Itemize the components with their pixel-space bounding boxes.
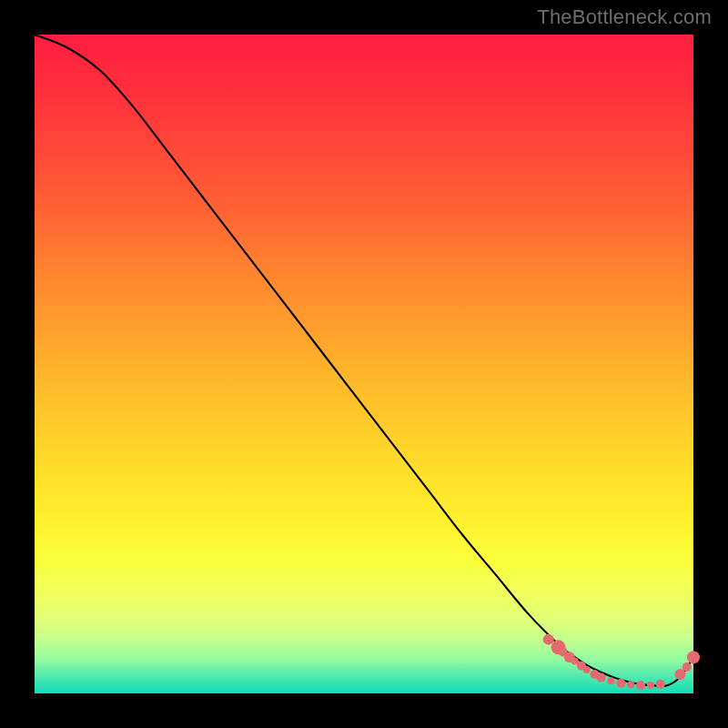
watermark-text: TheBottleneck.com <box>537 5 712 29</box>
data-point-marker <box>627 681 634 688</box>
data-point-marker <box>597 673 606 682</box>
chart-frame: TheBottleneck.com <box>0 0 728 728</box>
data-point-marker <box>636 681 645 690</box>
chart-svg <box>35 35 693 693</box>
data-point-marker <box>608 677 615 684</box>
data-point-marker <box>687 651 700 663</box>
data-point-marker <box>616 679 625 688</box>
data-point-marker <box>543 634 554 645</box>
data-point-marker <box>682 662 692 672</box>
data-point-marker <box>583 666 591 673</box>
plot-area <box>35 35 693 693</box>
bottleneck-curve <box>35 35 693 686</box>
data-point-marker <box>656 680 665 689</box>
data-point-marker <box>647 682 654 689</box>
